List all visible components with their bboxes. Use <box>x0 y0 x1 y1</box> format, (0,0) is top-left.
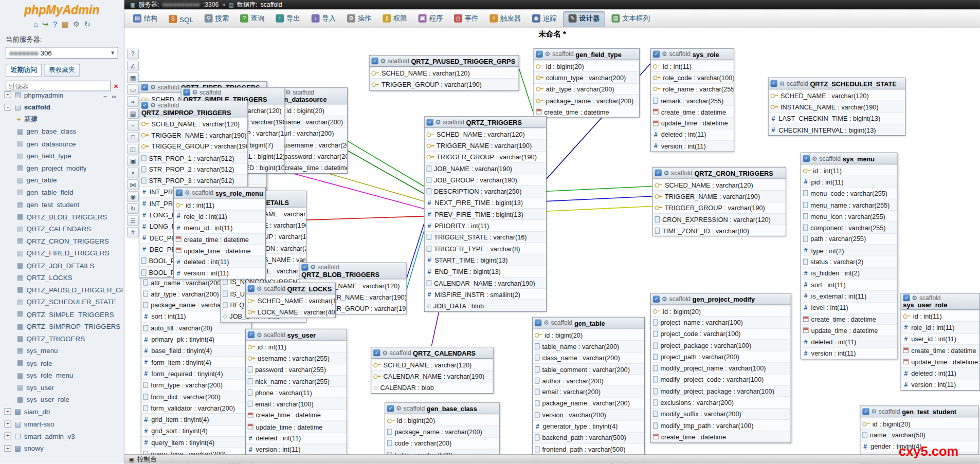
table-options-icon[interactable]: ⚙ <box>382 349 388 356</box>
select-table-icon[interactable]: ✓ <box>248 285 255 292</box>
table-header[interactable]: ✓⚙scaffoldgen_table <box>533 318 644 329</box>
select-table-icon[interactable]: ✓ <box>653 295 660 302</box>
table-field-row[interactable]: #grid_sort : tinyint(4) <box>141 425 251 436</box>
table-field-row[interactable]: #user_id : int(11) <box>901 333 979 344</box>
tree-expander-icon[interactable]: + <box>5 91 11 98</box>
table-field-row[interactable]: CALENDAR_NAME : varchar(190) <box>425 277 546 288</box>
table-field-row[interactable]: #menu_id : int(11) <box>174 221 265 233</box>
table-gen_project_modify[interactable]: ✓⚙scaffoldgen_project_modifyid : bigint(… <box>650 293 791 442</box>
table-field-row[interactable]: #PRIORITY : int(11) <box>425 219 546 231</box>
tree-expander-icon[interactable]: - <box>5 104 11 110</box>
table-field-row[interactable]: modify_project_package : varchar(100) <box>651 385 790 396</box>
table-field-row[interactable]: code : varchar(200) <box>385 437 499 449</box>
table-field-row[interactable]: password : varchar(200) <box>275 150 347 161</box>
table-field-row[interactable]: SCHED_NAME : varchar(120) <box>425 128 546 139</box>
sidebar-table-gen_base_class[interactable]: ▦gen_base_class <box>0 125 124 138</box>
table-field-row[interactable]: table_name : varchar(200) <box>533 340 644 351</box>
table-field-row[interactable]: #sort : int(11) <box>801 279 897 290</box>
table-field-row[interactable]: form_dict : varchar(200) <box>141 391 251 402</box>
toggle-relation-lines-icon[interactable]: ≈ <box>127 96 139 107</box>
table-field-row[interactable]: #deleted : int(11) <box>174 256 265 267</box>
table-field-row[interactable]: modify_project_name : varchar(100) <box>651 362 790 374</box>
table-field-row[interactable]: #version : int(11) <box>801 347 897 359</box>
table-field-row[interactable]: nick_name : varchar(255) <box>246 375 347 386</box>
table-field-row[interactable]: #is_hidden : int(2) <box>801 267 897 279</box>
table-header[interactable]: ✓⚙scaffoldgen_test_student <box>861 406 978 418</box>
sidebar-table-QRTZ_FIRED_TRIGGERS[interactable]: ▦QRTZ_FIRED_TRIGGERS <box>0 247 124 259</box>
table-header[interactable]: ✓⚙scaffoldQRTZ_PAUSED_TRIGGER_GRPS <box>370 55 518 67</box>
table-field-row[interactable]: #pid : int(11) <box>801 176 897 187</box>
table-field-row[interactable]: #version : int(11) <box>901 379 979 390</box>
select-table-icon[interactable]: ✓ <box>655 170 661 176</box>
select-table-icon[interactable]: ✓ <box>862 408 869 415</box>
table-field-row[interactable]: #generator_type : tinyint(4) <box>533 420 644 432</box>
sidebar-table-QRTZ_SIMPLE_TRIGGERS[interactable]: ▦QRTZ_SIMPLE_TRIGGERS <box>0 308 124 321</box>
table-field-row[interactable]: INSTANCE_NAME : varchar(190) <box>769 101 905 112</box>
table-options-icon[interactable]: ⚙ <box>185 190 190 196</box>
table-gen_table[interactable]: ✓⚙scaffoldgen_tableid : bigint(20)table_… <box>532 317 645 464</box>
table-field-row[interactable]: CRON_EXPRESSION : varchar(120) <box>653 213 786 225</box>
table-field-row[interactable]: #END_TIME : bigint(13) <box>425 265 546 276</box>
tab-events[interactable]: ◷事件 <box>449 11 483 27</box>
sidebar-table-QRTZ_LOCKS[interactable]: ▦QRTZ_LOCKS <box>0 271 124 284</box>
navi-tab-0[interactable]: 近期访问 <box>6 64 42 77</box>
table-field-row[interactable]: TRIGGER_TYPE : varchar(8) <box>425 243 546 254</box>
table-field-row[interactable]: #version : int(11) <box>174 267 265 279</box>
table-field-row[interactable]: package_name : varchar(200) <box>533 397 644 409</box>
table-field-row[interactable]: attr_type : varchar(200) <box>534 83 639 94</box>
select-table-icon[interactable]: ✓ <box>141 102 148 108</box>
small-big-all-icon[interactable]: ▭ <box>127 84 139 95</box>
table-field-row[interactable]: #base_field : tinyint(4) <box>141 345 251 356</box>
table-field-row[interactable]: name : varchar(50) <box>861 429 978 440</box>
tab-import[interactable]: ↓导入 <box>306 11 341 27</box>
table-options-icon[interactable]: ⚙ <box>192 89 197 96</box>
table-field-row[interactable]: create_time : datetime <box>651 106 734 117</box>
tab-structure[interactable]: ▤结构 <box>128 11 162 27</box>
table-sys_user[interactable]: ✓⚙scaffoldsys_userid : int(11)username :… <box>245 329 347 456</box>
table-field-row[interactable]: exclusions : varchar(200) <box>651 397 790 408</box>
select-table-icon[interactable]: ✓ <box>176 190 183 196</box>
table-header[interactable]: ✓⚙scaffoldQRTZ_SCHEDULER_STATE <box>769 78 905 89</box>
table-gen_base_class[interactable]: ✓⚙scaffoldgen_base_classid : bigint(20)p… <box>385 402 500 460</box>
table-field-row[interactable]: password : varchar(255) <box>246 363 347 375</box>
table-field-row[interactable]: #version : int(11) <box>651 140 734 152</box>
table-field-row[interactable]: #form_required : tinyint(4) <box>141 368 251 379</box>
table-field-row[interactable]: #form_item : tinyint(4) <box>141 356 251 367</box>
reload-icon[interactable]: ↻ <box>84 20 90 29</box>
new-page-icon[interactable]: + <box>127 120 139 131</box>
table-field-row[interactable]: project_name : varchar(100) <box>651 317 790 328</box>
delete-page-icon[interactable]: × <box>127 168 139 178</box>
sidebar-db-smart-sso[interactable]: +▤smart-sso <box>0 418 124 430</box>
table-field-row[interactable]: STR_PROP_1 : varchar(512) <box>139 152 247 163</box>
phpmyadmin-logo[interactable]: phpMyAdmin <box>0 0 124 18</box>
table-field-row[interactable]: TRIGGER_NAME : varchar(190) <box>139 129 247 140</box>
table-field-row[interactable]: TRIGGER_GROUP : varchar(190) <box>653 201 786 213</box>
table-field-row[interactable]: phone : varchar(11) <box>246 386 347 398</box>
table-header[interactable]: ✓⚙scaffoldgen_datasource <box>275 88 347 104</box>
table-field-row[interactable]: create_time : datetime <box>246 409 347 420</box>
table-options-icon[interactable]: ⚙ <box>779 80 785 87</box>
sidebar-table-QRTZ_TRIGGERS[interactable]: ▦QRTZ_TRIGGERS <box>0 332 124 345</box>
tree-expander-icon[interactable]: + <box>5 445 11 452</box>
table-header[interactable]: ✓⚙scaffoldsys_user_role <box>901 294 979 310</box>
table-field-row[interactable]: menu_name : varchar(255) <box>801 199 897 210</box>
table-field-row[interactable]: backend_path : varchar(500) <box>533 432 644 443</box>
tab-central-columns[interactable]: ▥文本框列 <box>607 11 655 27</box>
sidebar-table-QRTZ_BLOB_TRIGGERS[interactable]: ▦QRTZ_BLOB_TRIGGERS <box>0 211 124 223</box>
open-page-icon[interactable]: □ <box>127 132 139 143</box>
table-field-row[interactable]: #CHECKIN_INTERVAL : bigint(13) <box>769 124 905 135</box>
table-field-row[interactable]: author : varchar(200) <box>533 375 644 386</box>
table-field-row[interactable]: class_name : varchar(200) <box>533 351 644 363</box>
table-header[interactable]: ✓⚙scaffoldgen_field_type <box>534 49 639 60</box>
table-QRTZ_PAUSED_TRIGGER_GRPS[interactable]: ✓⚙scaffoldQRTZ_PAUSED_TRIGGER_GRPSSCHED_… <box>369 55 519 90</box>
sidebar-table-gen_datasource[interactable]: ▦gen_datasource <box>0 138 124 150</box>
table-field-row[interactable]: role_name : varchar(255) <box>651 83 734 94</box>
export-schema-icon[interactable]: ▤ <box>127 108 139 119</box>
table-field-row[interactable]: id : int(11) <box>651 60 734 71</box>
select-table-icon[interactable]: ✓ <box>387 405 394 412</box>
table-gen_datasource[interactable]: ✓⚙scaffoldgen_datasourceid : bigint(20)n… <box>274 87 348 174</box>
tab-tracking[interactable]: ◉追踪 <box>527 11 561 27</box>
table-field-row[interactable]: column_type : varchar(200) <box>534 71 639 83</box>
sidebar-db-scaffold[interactable]: -▤scaffold <box>0 101 124 113</box>
table-field-row[interactable]: modify_tmp_path : varchar(100) <box>651 419 790 431</box>
